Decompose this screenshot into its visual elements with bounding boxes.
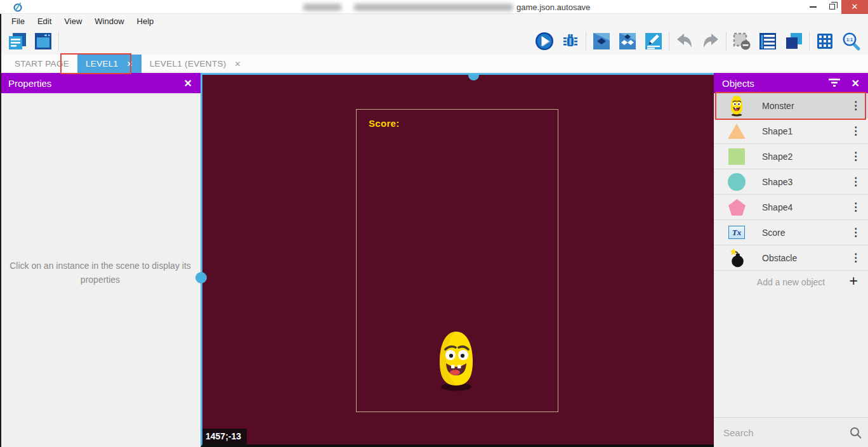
square-thumbnail-icon <box>725 148 748 165</box>
triangle-thumbnail-icon <box>725 122 748 139</box>
title-bar: game.json.autosave ✕ <box>0 0 868 14</box>
search-input[interactable] <box>723 427 850 438</box>
pentagon-thumbnail-icon <box>725 198 748 216</box>
window-controls: ✕ <box>803 0 868 14</box>
preview-play-button[interactable] <box>534 31 555 51</box>
kebab-menu-icon[interactable]: ⋮ <box>850 175 859 188</box>
tab-close-icon[interactable]: ✕ <box>126 60 133 68</box>
add-new-object-button[interactable]: Add a new object + <box>714 271 868 294</box>
menu-view[interactable]: View <box>58 16 88 26</box>
menu-file[interactable]: File <box>5 16 31 26</box>
tab-close-icon[interactable]: ✕ <box>235 60 241 68</box>
window-title: game.json.autosave <box>303 0 590 14</box>
close-button[interactable]: ✕ <box>841 0 868 14</box>
tab-label: LEVEL1 <box>86 59 118 68</box>
object-row-obstacle[interactable]: Obstacle ⋮ <box>714 245 868 271</box>
menu-edit[interactable]: Edit <box>31 16 58 26</box>
project-manager-icon <box>7 31 27 51</box>
grid-button[interactable] <box>815 31 835 51</box>
instances-list-button[interactable] <box>758 31 778 51</box>
restore-button[interactable] <box>822 0 841 14</box>
close-icon[interactable]: ✕ <box>184 77 192 89</box>
add-object-label: Add a new object <box>757 277 825 287</box>
grid-icon <box>815 32 834 51</box>
undo-button[interactable] <box>674 31 695 51</box>
app-window: game.json.autosave ✕ File Edit View Wind… <box>0 0 868 447</box>
menu-help[interactable]: Help <box>131 16 161 26</box>
properties-panel-title: Properties <box>8 78 51 89</box>
object-row-shape4[interactable]: Shape4 ⋮ <box>714 195 868 220</box>
monster-instance[interactable] <box>435 330 477 392</box>
object-row-shape2[interactable]: Shape2 ⋮ <box>714 144 868 169</box>
debug-button[interactable] <box>560 31 581 51</box>
redacted-title-text <box>354 4 513 11</box>
start-page-window-icon <box>33 31 53 51</box>
svg-text:1:1: 1:1 <box>846 37 853 42</box>
object-label: Shape4 <box>762 202 850 212</box>
object-label: Monster <box>762 101 850 111</box>
kebab-menu-icon[interactable]: ⋮ <box>850 150 859 163</box>
object-label: Shape2 <box>762 152 850 162</box>
undo-icon <box>674 31 695 51</box>
zoom-1-1-button[interactable]: 1:1 <box>841 31 861 51</box>
tab-start-page[interactable]: START PAGE <box>6 55 77 73</box>
kebab-menu-icon[interactable]: ⋮ <box>850 200 859 214</box>
objects-editor-button[interactable] <box>591 31 612 51</box>
redo-button[interactable] <box>700 31 721 51</box>
score-text-object[interactable]: Score: <box>369 118 400 129</box>
scene-properties-button[interactable] <box>643 31 664 51</box>
tab-level1-events[interactable]: LEVEL1 (EVENTS) ✕ <box>141 55 249 73</box>
edit-pencil-icon <box>644 32 663 51</box>
text-object-thumbnail-icon: Tx <box>725 226 748 239</box>
object-groups-editor-button[interactable] <box>617 31 638 51</box>
objects-search-box <box>714 417 868 447</box>
object-label: Shape3 <box>762 177 850 187</box>
window-title-text: game.json.autosave <box>516 3 590 12</box>
objects-panel-title: Objects <box>722 78 754 89</box>
start-page-button[interactable] <box>33 31 53 51</box>
gdevelop-logo-icon <box>13 2 23 12</box>
properties-panel: Properties ✕ Click on an instance in the… <box>0 73 201 447</box>
debug-bug-icon <box>561 32 580 51</box>
bomb-thumbnail-icon <box>725 248 748 268</box>
zoom-1-1-icon: 1:1 <box>841 31 861 51</box>
minimize-button[interactable] <box>803 0 822 14</box>
tab-label: START PAGE <box>15 59 69 68</box>
kebab-menu-icon[interactable]: ⋮ <box>850 226 859 239</box>
clear-selection-button[interactable] <box>732 31 752 51</box>
object-row-monster[interactable]: Monster ⋮ <box>714 93 868 119</box>
project-manager-button[interactable] <box>7 31 27 51</box>
monster-thumbnail-icon <box>725 95 748 117</box>
kebab-menu-icon[interactable]: ⋮ <box>850 124 859 138</box>
kebab-menu-icon[interactable]: ⋮ <box>850 99 859 112</box>
minimize-icon <box>810 6 817 8</box>
circle-thumbnail-icon <box>725 173 748 191</box>
kebab-menu-icon[interactable]: ⋮ <box>850 251 859 264</box>
object-row-score[interactable]: Tx Score ⋮ <box>714 220 868 245</box>
object-row-shape1[interactable]: Shape1 ⋮ <box>714 119 868 144</box>
layers-button[interactable] <box>784 31 804 51</box>
object-label: Score <box>762 228 850 238</box>
cursor-coordinates: 1457;-13 <box>202 429 247 444</box>
toolbar: 1:1 <box>0 28 868 55</box>
play-icon <box>534 31 555 51</box>
object-row-shape3[interactable]: Shape3 ⋮ <box>714 169 868 195</box>
properties-splitter-handle[interactable] <box>195 272 207 283</box>
objects-panel: Objects ✕ <box>714 73 868 447</box>
menu-bar: File Edit View Window Help <box>0 14 868 28</box>
object-groups-icon <box>618 32 637 51</box>
properties-panel-header: Properties ✕ <box>0 73 201 93</box>
search-icon[interactable] <box>850 427 862 439</box>
tab-level1[interactable]: LEVEL1 ✕ <box>77 55 141 73</box>
redacted-title-text <box>303 4 341 11</box>
object-label: Shape1 <box>762 126 850 136</box>
menu-window[interactable]: Window <box>88 16 130 26</box>
filter-icon[interactable] <box>829 78 840 89</box>
clear-selection-icon <box>732 31 752 51</box>
instances-list-icon <box>758 32 777 51</box>
tab-label: LEVEL1 (EVENTS) <box>150 59 227 68</box>
scene-editor-canvas[interactable]: Score: 1457;-13 <box>201 73 714 447</box>
main-area: Properties ✕ Click on an instance in the… <box>0 73 868 447</box>
close-icon: ✕ <box>852 2 858 11</box>
close-icon[interactable]: ✕ <box>852 77 860 89</box>
